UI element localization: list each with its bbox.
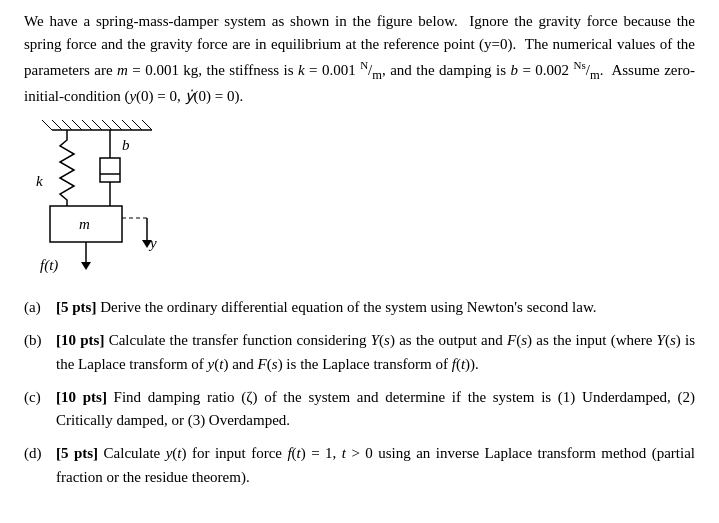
question-a: (a) [5 pts] Derive the ordinary differen…	[24, 296, 695, 319]
q-a-text: [5 pts] Derive the ordinary differential…	[56, 296, 695, 319]
q-b-text: [10 pts] Calculate the transfer function…	[56, 329, 695, 376]
svg-rect-13	[100, 158, 120, 182]
q-a-label: (a)	[24, 296, 56, 319]
the-word: The	[525, 36, 548, 52]
mass-label: m	[79, 216, 90, 232]
question-c: (c) [10 pts] Find damping ratio (ζ) of t…	[24, 386, 695, 433]
q-c-label: (c)	[24, 386, 56, 409]
question-b: (b) [10 pts] Calculate the transfer func…	[24, 329, 695, 376]
svg-line-1	[42, 120, 52, 130]
damper-label: b	[122, 137, 130, 153]
q-d-label: (d)	[24, 442, 56, 465]
force-label: f(t)	[40, 257, 58, 274]
svg-line-2	[52, 120, 62, 130]
svg-line-8	[112, 120, 122, 130]
spring-label: k	[36, 173, 43, 189]
svg-line-3	[62, 120, 72, 130]
diagram-svg: k b m y f(t)	[32, 118, 232, 283]
intro-paragraph: We have a spring-mass-damper system as s…	[24, 10, 695, 108]
svg-line-9	[122, 120, 132, 130]
questions-section: (a) [5 pts] Derive the ordinary differen…	[24, 296, 695, 489]
svg-line-4	[72, 120, 82, 130]
y-label: y	[148, 235, 157, 251]
svg-line-10	[132, 120, 142, 130]
svg-marker-22	[81, 262, 91, 270]
svg-line-11	[142, 120, 152, 130]
spring-mass-damper-diagram: k b m y f(t)	[32, 118, 232, 278]
q-b-label: (b)	[24, 329, 56, 352]
svg-line-7	[102, 120, 112, 130]
q-c-text: [10 pts] Find damping ratio (ζ) of the s…	[56, 386, 695, 433]
question-d: (d) [5 pts] Calculate y(t) for input for…	[24, 442, 695, 489]
svg-line-6	[92, 120, 102, 130]
q-d-text: [5 pts] Calculate y(t) for input force f…	[56, 442, 695, 489]
svg-line-5	[82, 120, 92, 130]
